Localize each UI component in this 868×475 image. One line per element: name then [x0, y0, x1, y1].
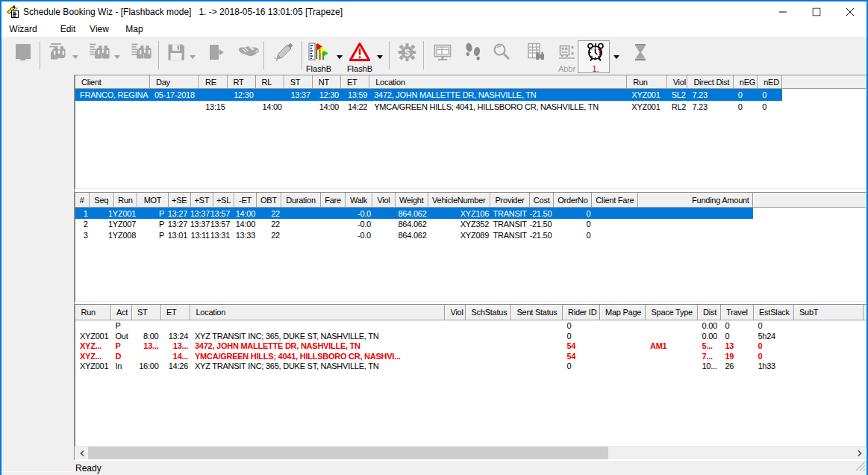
menu-item-map[interactable]: Map	[119, 22, 150, 37]
column-header-rl[interactable]: RL	[256, 75, 284, 88]
column-header-run[interactable]: Run	[75, 305, 111, 320]
grid-row[interactable]: XYZ001Out8:0013:24XYZ TRANSIT INC; 365, …	[75, 331, 866, 341]
grid-row[interactable]: 13:1514:0014:0014:22YMCA/GREEN HILLS; 40…	[75, 101, 866, 113]
column-header-re[interactable]: RE	[199, 75, 228, 88]
column-header-viol[interactable]: Viol	[667, 75, 688, 88]
cell-neg: 0	[734, 89, 758, 101]
column-header-duration[interactable]: Duration	[281, 193, 321, 207]
column-header-fare[interactable]: Fare	[321, 193, 346, 207]
column-header-et[interactable]: ET	[341, 75, 369, 88]
column-header-client-fare[interactable]: Client Fare	[593, 193, 639, 207]
column-header-map-page[interactable]: Map Page	[600, 305, 646, 320]
dropdown-arrow-icon[interactable]	[613, 55, 619, 59]
scrollbar-thumb[interactable]	[88, 447, 608, 459]
grid-row[interactable]: XYZ...P13...13...3472, JOHN MALLETTE DR,…	[75, 341, 866, 351]
toolbar-button-flashback-viol[interactable]: FlashB	[349, 43, 370, 62]
column-header-et[interactable]: ET	[161, 305, 191, 320]
column-header-day[interactable]: Day	[150, 75, 199, 88]
column-header-estslack[interactable]: EstSlack	[754, 305, 794, 320]
column-header-rt[interactable]: RT	[228, 75, 256, 88]
column-header-run[interactable]: Run	[627, 75, 666, 88]
column-header--[interactable]: #	[75, 193, 90, 207]
dropdown-arrow-icon[interactable]	[114, 55, 120, 59]
toolbar-button-map-window[interactable]	[432, 43, 453, 62]
toolbar-button-cost[interactable]: $	[397, 43, 417, 62]
toolbar-button-export[interactable]	[207, 43, 228, 62]
grid-row[interactable]: 31YZ008P13:0113:1113:3113:3322-0.0864.06…	[75, 229, 866, 240]
column-header-orderno[interactable]: OrderNo	[554, 193, 592, 207]
menu-item-edit[interactable]: Edit	[52, 22, 84, 37]
menu-item-wizard[interactable]: Wizard	[4, 22, 42, 37]
toolbar-button-find-run[interactable]	[525, 43, 546, 62]
toolbar-button-find-list[interactable]	[90, 43, 110, 62]
column-header-location[interactable]: Location	[369, 75, 627, 88]
toolbar-button-flashback-step[interactable]: 1.	[585, 43, 606, 63]
toolbar-button-save[interactable]	[166, 43, 187, 62]
grid-row[interactable]: XYZ001In16:0014:26XYZ TRANSIT INC; 365, …	[75, 361, 866, 371]
dropdown-arrow-icon[interactable]	[337, 55, 343, 59]
toolbar-button-find-next[interactable]	[131, 43, 152, 62]
column-header-schstatus[interactable]: SchStatus	[466, 305, 511, 320]
toolbar-button-zoom[interactable]	[492, 43, 512, 62]
scroll-right-button[interactable]	[853, 447, 866, 459]
column-header-vehiclenumber[interactable]: VehicleNumber	[428, 193, 491, 207]
column-header-mot[interactable]: MOT	[137, 193, 169, 207]
close-button[interactable]	[833, 1, 867, 22]
column-header-cost[interactable]: Cost	[530, 193, 554, 207]
toolbar-button-wait[interactable]	[631, 43, 650, 62]
column-header--se[interactable]: +SE	[169, 193, 191, 207]
column-header-dist[interactable]: Dist	[698, 305, 721, 320]
column-header-st[interactable]: ST	[284, 75, 313, 88]
toolbar-button-find[interactable]	[48, 43, 69, 62]
column-header-provider[interactable]: Provider	[490, 193, 530, 207]
dropdown-arrow-icon[interactable]	[72, 55, 78, 59]
column-header-viol[interactable]: Viol	[445, 305, 466, 320]
scroll-left-button[interactable]	[75, 447, 88, 459]
grid-row[interactable]: 21YZ007P13:2713:3713:5714:0022-0.0864.06…	[75, 219, 866, 229]
column-header-client[interactable]: Client	[75, 75, 150, 88]
column-header-walk[interactable]: Walk	[346, 193, 372, 207]
grid-row[interactable]: P00.0000	[75, 320, 866, 331]
grid-row[interactable]: FRANCO, REGINA05-17-201812:3013:3712:301…	[75, 89, 782, 101]
column-header--et[interactable]: -ET	[234, 193, 257, 207]
maximize-button[interactable]	[799, 1, 833, 22]
menu-item-view[interactable]: View	[84, 22, 115, 37]
horizontal-scrollbar[interactable]	[75, 447, 866, 459]
grid-row[interactable]: XYZ...D14...YMCA/GREEN HILLS; 4041, HILL…	[75, 351, 866, 361]
column-header-sent-status[interactable]: Sent Status	[511, 305, 563, 320]
toolbar-button-edit-trip[interactable]	[273, 43, 294, 62]
column-header-ned[interactable]: nED	[758, 75, 782, 88]
grid-row[interactable]: 11YZ001P13:2713:3713:5714:0022-0.0864.06…	[75, 208, 753, 219]
toolbar-button-abbr[interactable]: Abbr	[557, 43, 577, 62]
cell-act: P	[111, 320, 132, 331]
column-header-weight[interactable]: Weight	[396, 193, 428, 207]
toolbar-button-flashback-set[interactable]: FlashB	[308, 43, 329, 62]
minimize-button[interactable]	[766, 1, 799, 22]
column-header-nt[interactable]: NT	[313, 75, 341, 88]
column-header-space-type[interactable]: Space Type	[646, 305, 698, 320]
toolbar-button-walk[interactable]	[463, 43, 483, 62]
column-header-act[interactable]: Act	[111, 305, 132, 320]
dropdown-arrow-icon[interactable]	[377, 55, 383, 59]
title-bar[interactable]: Schedule Booking Wiz - [Flashback mode] …	[1, 1, 867, 22]
resize-grip[interactable]	[855, 461, 866, 474]
column-header-neg[interactable]: nEG	[734, 75, 758, 88]
column-header-viol[interactable]: Viol	[372, 193, 396, 207]
column-header-funding-amount[interactable]: Funding Amount	[638, 193, 752, 207]
toolbar-button-booking[interactable]	[13, 43, 33, 62]
column-header-seq[interactable]: Seq	[90, 193, 115, 207]
dropdown-arrow-icon[interactable]	[190, 55, 196, 59]
column-header-st[interactable]: ST	[132, 305, 161, 320]
column-header-direct-dist[interactable]: Direct Dist	[687, 75, 733, 88]
column-header-subt[interactable]: SubT	[794, 305, 864, 320]
column-header-run[interactable]: Run	[114, 193, 137, 207]
column-header-location[interactable]: Location	[190, 305, 445, 320]
column-header--sl[interactable]: +SL	[213, 193, 234, 207]
toolbar-button-negotiate[interactable]	[238, 43, 260, 62]
cell-value: 13	[725, 341, 734, 350]
column-header--st[interactable]: +ST	[191, 193, 214, 207]
column-header-travel[interactable]: Travel	[721, 305, 754, 320]
column-header-rider-id[interactable]: Rider ID	[563, 305, 600, 320]
column-header-obt[interactable]: OBT	[257, 193, 281, 207]
cell-value: XYZ001	[80, 361, 108, 370]
